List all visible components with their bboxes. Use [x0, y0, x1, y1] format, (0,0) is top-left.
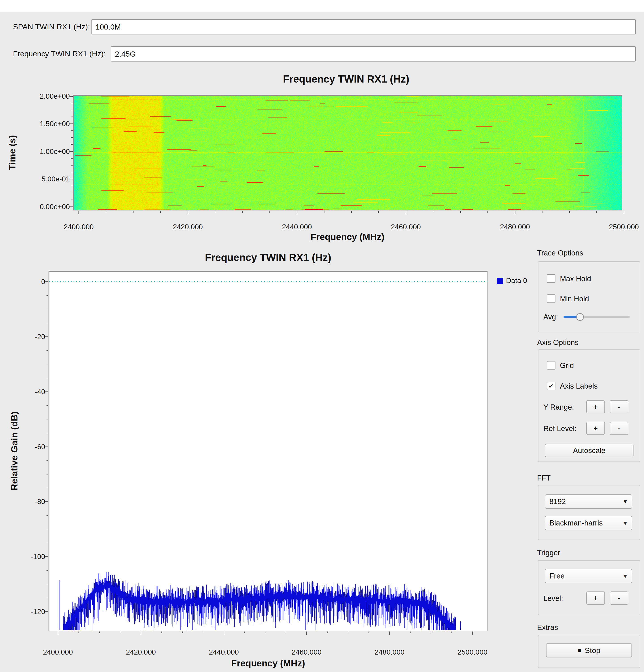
fft-group — [538, 485, 640, 540]
tick-label: -100 — [0, 552, 45, 561]
grid-checkbox[interactable] — [547, 361, 556, 370]
tick-label: -60 — [0, 443, 45, 451]
legend-label: Data 0 — [506, 276, 527, 285]
waterfall-title: Frequency TWIN RX1 (Hz) — [283, 73, 410, 85]
axis-tick — [71, 110, 73, 110]
ref-level-minus-button[interactable]: - — [610, 422, 628, 435]
tick-label: 5.00e-01 — [0, 175, 70, 183]
axis-tick — [69, 206, 73, 207]
axis-tick — [182, 632, 183, 633]
axis-tick — [389, 632, 390, 635]
stop-button[interactable]: ■ Stop — [546, 643, 632, 658]
spectrum-plot[interactable] — [49, 271, 488, 631]
waterfall-plot[interactable] — [73, 95, 622, 211]
axis-tick — [47, 378, 48, 378]
waterfall-canvas[interactable] — [74, 96, 622, 210]
axis-tick — [351, 211, 352, 213]
autoscale-button[interactable]: Autoscale — [545, 444, 633, 457]
axis-tick — [433, 211, 433, 213]
tick-label: 1.00e+00 — [0, 147, 70, 156]
axis-tick — [306, 632, 307, 635]
axis-labels-checkbox[interactable]: ✓ — [547, 382, 556, 390]
y-range-plus-button[interactable]: + — [586, 400, 605, 413]
check-icon: ✓ — [548, 382, 554, 390]
legend-data0[interactable]: Data 0 — [497, 276, 527, 285]
axis-tick — [69, 179, 73, 179]
tick-label: -20 — [0, 333, 45, 341]
axis-tick — [71, 144, 73, 145]
trigger-level-minus-button[interactable]: - — [610, 591, 628, 605]
axis-tick — [71, 200, 73, 200]
axis-tick — [71, 158, 73, 159]
trigger-mode-value: Free — [549, 572, 564, 580]
axis-tick — [69, 123, 73, 124]
tick-label: 2420.000 — [173, 223, 203, 231]
axis-tick — [45, 501, 48, 502]
axis-tick — [47, 295, 48, 296]
axis-tick — [596, 211, 597, 213]
axis-tick — [133, 211, 134, 213]
axis-tick — [47, 460, 48, 460]
max-hold-checkbox[interactable] — [547, 274, 556, 283]
fft-size-dropdown[interactable]: 8192 ▼ — [545, 494, 632, 509]
axis-tick — [569, 211, 570, 213]
axis-tick — [327, 632, 328, 633]
axis-tick — [69, 96, 73, 97]
tick-label: -40 — [0, 387, 45, 396]
axis-tick — [161, 632, 162, 633]
trigger-level-plus-button[interactable]: + — [586, 591, 605, 605]
axis-tick — [78, 632, 79, 633]
axis-tick — [160, 211, 161, 213]
axis-tick — [451, 632, 452, 633]
axis-tick — [47, 323, 48, 323]
axis-tick — [58, 632, 58, 635]
axis-tick — [45, 281, 48, 282]
spectrum-ylabel: Relative Gain (dB) — [9, 411, 20, 490]
spectrum-title: Frequency TWIN RX1 (Hz) — [205, 251, 331, 264]
legend-marker-icon — [497, 278, 503, 284]
axis-tick — [45, 611, 48, 612]
tick-label: 2500.000 — [609, 223, 639, 231]
tick-label: 0 — [0, 277, 45, 286]
axis-tick — [187, 211, 188, 214]
axis-tick — [242, 211, 243, 213]
axis-tick — [286, 632, 286, 633]
avg-label: Avg: — [543, 313, 558, 321]
tick-label: 2420.000 — [126, 648, 156, 656]
axis-tick — [47, 515, 48, 516]
span-input[interactable] — [92, 19, 636, 34]
axis-tick — [348, 632, 348, 633]
axis-tick — [368, 632, 369, 633]
axis-tick — [324, 211, 325, 213]
axis-tick — [487, 211, 488, 213]
tick-label: 2500.000 — [458, 648, 487, 656]
tick-label: 2460.000 — [391, 223, 421, 231]
axis-tick — [47, 419, 48, 419]
y-range-minus-button[interactable]: - — [610, 400, 628, 413]
frequency-input[interactable] — [111, 46, 636, 61]
min-hold-label: Min Hold — [560, 295, 589, 303]
axis-tick — [624, 211, 624, 214]
grid-label: Grid — [560, 361, 574, 370]
axis-tick — [431, 632, 432, 633]
spectrum-canvas[interactable] — [49, 272, 487, 631]
tick-label: -120 — [0, 607, 45, 616]
axis-tick — [47, 570, 48, 571]
min-hold-checkbox[interactable] — [547, 295, 556, 303]
axis-tick — [71, 137, 73, 138]
dropdown-arrow-icon: ▼ — [622, 498, 628, 505]
axis-tick — [47, 488, 48, 488]
axis-tick — [78, 211, 79, 214]
axis-tick — [47, 433, 48, 433]
trigger-group — [538, 560, 640, 615]
ref-level-plus-button[interactable]: + — [586, 422, 605, 435]
app-window: SPAN TWIN RX1 (Hz): Frequency TWIN RX1 (… — [0, 0, 644, 672]
avg-slider-handle[interactable] — [576, 313, 584, 321]
fft-size-value: 8192 — [549, 497, 566, 506]
axis-tick — [410, 632, 411, 633]
fft-title: FFT — [537, 474, 550, 482]
fft-window-dropdown[interactable]: Blackman-harris ▼ — [545, 516, 632, 530]
tick-label: 2440.000 — [282, 223, 312, 231]
trigger-mode-dropdown[interactable]: Free ▼ — [545, 569, 632, 583]
y-range-label: Y Range: — [543, 403, 574, 411]
